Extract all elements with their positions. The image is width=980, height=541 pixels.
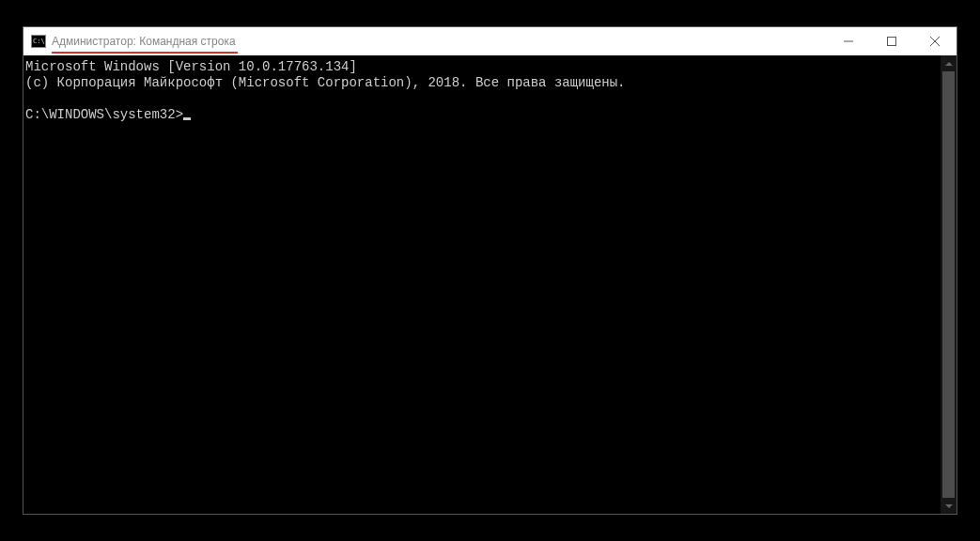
cursor bbox=[183, 117, 191, 120]
svg-rect-1 bbox=[888, 38, 896, 46]
console-area: Microsoft Windows [Version 10.0.17763.13… bbox=[23, 55, 957, 514]
scroll-track[interactable] bbox=[941, 71, 957, 498]
scroll-down-button[interactable] bbox=[941, 498, 957, 514]
svg-marker-4 bbox=[945, 62, 953, 66]
copyright-line: (c) Корпорация Майкрософт (Microsoft Cor… bbox=[25, 75, 626, 90]
svg-marker-5 bbox=[945, 504, 953, 508]
maximize-button[interactable] bbox=[870, 27, 913, 55]
vertical-scrollbar[interactable] bbox=[941, 55, 957, 514]
window-controls bbox=[827, 27, 957, 55]
titlebar[interactable]: Администратор: Командная строка bbox=[23, 27, 957, 55]
console-output[interactable]: Microsoft Windows [Version 10.0.17763.13… bbox=[23, 55, 941, 514]
scroll-up-button[interactable] bbox=[941, 55, 957, 71]
cmd-icon bbox=[31, 35, 46, 48]
prompt: C:\WINDOWS\system32> bbox=[25, 107, 183, 122]
window-title: Администратор: Командная строка bbox=[52, 35, 827, 48]
close-button[interactable] bbox=[913, 27, 957, 55]
minimize-button[interactable] bbox=[827, 27, 870, 55]
scroll-thumb[interactable] bbox=[942, 71, 955, 498]
annotation-underline bbox=[52, 52, 238, 54]
version-line: Microsoft Windows [Version 10.0.17763.13… bbox=[25, 59, 357, 74]
command-prompt-window: Администратор: Командная строка Microsof… bbox=[23, 26, 957, 515]
